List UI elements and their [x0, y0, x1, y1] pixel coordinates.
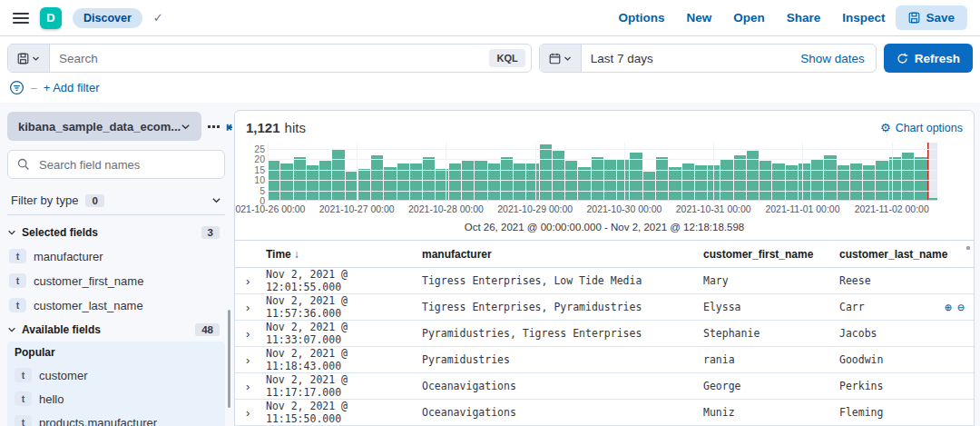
- table-row[interactable]: ›Nov 2, 2021 @ 11:18:43.000Pyramidustrie…: [235, 347, 974, 373]
- table-row[interactable]: ›Nov 2, 2021 @ 11:33:07.000Pyramidustrie…: [235, 321, 974, 347]
- filter-by-type-dropdown[interactable]: Filter by type 0: [7, 186, 225, 215]
- nav-open[interactable]: Open: [733, 11, 765, 25]
- histogram-bar[interactable]: [280, 163, 292, 201]
- breadcrumb[interactable]: Discover: [73, 8, 142, 28]
- histogram-bar[interactable]: [643, 172, 655, 201]
- table-body: ›Nov 2, 2021 @ 12:01:55.000Tigress Enter…: [235, 268, 974, 426]
- field-item-customer_last_name[interactable]: tcustomer_last_name: [9, 298, 223, 312]
- nav-inspect[interactable]: Inspect: [842, 11, 885, 25]
- content-area: kibana_sample_data_ecom... ⇤ Filter by t…: [0, 103, 980, 426]
- histogram-bar[interactable]: [772, 163, 784, 201]
- app-logo[interactable]: D: [40, 7, 62, 29]
- field-item-customer[interactable]: tcustomer: [15, 368, 218, 382]
- refresh-icon: [897, 53, 908, 64]
- field-item-customer_first_name[interactable]: tcustomer_first_name: [9, 273, 223, 288]
- filter-out-value-icon[interactable]: ⊖: [957, 301, 965, 314]
- histogram-bar[interactable]: [384, 167, 396, 200]
- expand-row-icon[interactable]: ›: [242, 274, 266, 288]
- date-range-value[interactable]: Last 7 days: [582, 52, 800, 65]
- column-header-customer-last-name[interactable]: customer_last_name: [839, 248, 966, 261]
- histogram-bar[interactable]: [553, 151, 564, 200]
- table-scrollbar[interactable]: [966, 246, 970, 250]
- available-fields-header[interactable]: Available fields 48: [7, 323, 225, 336]
- nav-new[interactable]: New: [686, 11, 711, 25]
- field-name: customer_first_name: [34, 274, 143, 288]
- field-item-manufacturer[interactable]: tmanufacturer: [9, 249, 223, 263]
- plot-area[interactable]: [268, 143, 937, 201]
- menu-icon[interactable]: [13, 13, 29, 24]
- histogram-bar[interactable]: [371, 155, 383, 201]
- filter-for-value-icon[interactable]: ⊕: [945, 301, 952, 314]
- histogram-bar[interactable]: [346, 172, 358, 201]
- histogram-bar[interactable]: [294, 157, 306, 200]
- nav-share[interactable]: Share: [787, 11, 821, 25]
- field-item-products.manufacturer[interactable]: tproducts.manufacturer: [15, 415, 218, 426]
- column-header-manufacturer[interactable]: manufacturer: [422, 248, 703, 261]
- histogram-bar[interactable]: [501, 157, 513, 200]
- filter-icon[interactable]: [9, 80, 24, 95]
- cell-manufacturer: Pyramidustries: [422, 353, 703, 366]
- add-filter-button[interactable]: + Add filter: [44, 81, 100, 94]
- sidebar-scrollbar[interactable]: [228, 310, 230, 408]
- selected-fields-header[interactable]: Selected fields 3: [7, 226, 225, 239]
- histogram-bar[interactable]: [449, 163, 461, 201]
- show-dates-button[interactable]: Show dates: [800, 52, 865, 65]
- index-pattern-selector[interactable]: kibana_sample_data_ecom...: [7, 112, 201, 141]
- cell-customer-first-name: George: [703, 380, 839, 392]
- table-row[interactable]: ›Nov 2, 2021 @ 11:15:50.000Oceanavigatio…: [235, 400, 974, 426]
- field-settings-icon[interactable]: [208, 125, 220, 128]
- nav-options[interactable]: Options: [618, 11, 664, 25]
- histogram-bar[interactable]: [540, 144, 552, 200]
- histogram-bar[interactable]: [514, 163, 525, 201]
- saved-query-menu-button[interactable]: [8, 45, 50, 72]
- histogram-bar[interactable]: [656, 157, 668, 200]
- histogram-bar[interactable]: [526, 163, 538, 201]
- expand-row-icon[interactable]: ›: [242, 406, 266, 420]
- histogram-bar[interactable]: [669, 167, 681, 200]
- histogram-bar[interactable]: [747, 151, 759, 200]
- cell-customer-first-name: Elyssa: [703, 301, 839, 313]
- histogram-bar[interactable]: [824, 155, 836, 201]
- search-input[interactable]: [50, 52, 489, 65]
- cell-manufacturer: Tigress Enterprises, Low Tide Media: [422, 274, 703, 287]
- refresh-button[interactable]: Refresh: [884, 44, 973, 73]
- histogram-bar[interactable]: [397, 163, 409, 201]
- expand-row-icon[interactable]: ›: [242, 301, 266, 314]
- chevron-down-icon: [7, 228, 16, 237]
- table-row[interactable]: ›Nov 2, 2021 @ 12:01:55.000Tigress Enter…: [235, 268, 974, 294]
- expand-row-icon[interactable]: ›: [242, 327, 266, 341]
- column-header-customer-first-name[interactable]: customer_first_name: [703, 248, 839, 261]
- histogram-bar[interactable]: [734, 155, 746, 201]
- query-language-button[interactable]: KQL: [489, 49, 524, 67]
- expand-row-icon[interactable]: ›: [242, 353, 266, 367]
- histogram-bar[interactable]: [488, 163, 500, 201]
- histogram-bar[interactable]: [358, 169, 370, 200]
- collapse-sidebar-icon[interactable]: ⇤: [226, 120, 232, 134]
- expand-row-icon[interactable]: ›: [242, 380, 266, 393]
- column-header-time[interactable]: Time↓: [266, 248, 422, 261]
- chevron-down-icon: [564, 54, 572, 63]
- histogram-bar[interactable]: [682, 163, 694, 201]
- histogram-bar[interactable]: [332, 149, 344, 200]
- histogram-bar[interactable]: [423, 157, 435, 200]
- field-search-input[interactable]: [37, 157, 215, 173]
- table-row[interactable]: ›Nov 2, 2021 @ 11:17:17.000Oceanavigatio…: [235, 373, 974, 400]
- x-tick-label: 2021-11-02 00:00: [855, 203, 929, 214]
- date-quick-select-button[interactable]: [540, 45, 582, 72]
- save-button[interactable]: Save: [896, 5, 967, 30]
- histogram-bar[interactable]: [799, 163, 810, 201]
- histogram-bar[interactable]: [592, 157, 603, 200]
- cell-manufacturer: Oceanavigations: [422, 406, 703, 419]
- floppy-icon: [17, 53, 29, 64]
- histogram-bar[interactable]: [850, 163, 862, 201]
- chart-options-button[interactable]: ⚙ Chart options: [880, 122, 963, 134]
- histogram-bar[interactable]: [915, 157, 926, 200]
- x-tick-label: 2021-10-29 00:00: [497, 203, 573, 214]
- filter-divider: –: [31, 82, 37, 94]
- y-tick-label: 5: [260, 185, 265, 196]
- documents-table: Time↓ manufacturer customer_first_name c…: [235, 240, 974, 426]
- histogram-bar[interactable]: [578, 167, 590, 200]
- table-row[interactable]: ›Nov 2, 2021 @ 11:57:36.000Tigress Enter…: [235, 294, 974, 321]
- field-item-hello[interactable]: thello: [15, 391, 218, 406]
- histogram-bar[interactable]: [410, 163, 422, 201]
